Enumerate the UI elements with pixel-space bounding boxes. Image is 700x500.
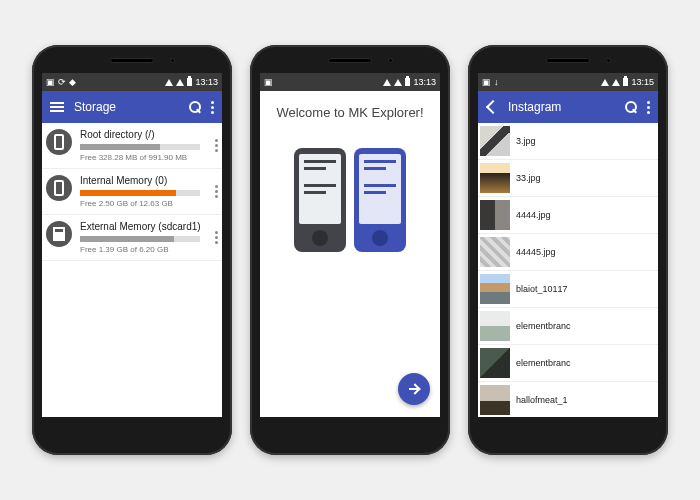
storage-item[interactable]: Root directory (/)Free 328.28 MB of 991.…	[42, 123, 222, 169]
file-item[interactable]: blaiot_10117	[478, 271, 658, 308]
file-item[interactable]: 3.jpg	[478, 123, 658, 160]
file-item[interactable]: elementbranc	[478, 308, 658, 345]
phone-storage-icon	[54, 134, 64, 150]
welcome-title: Welcome to MK Explorer!	[276, 105, 423, 120]
app-bar-title: Storage	[74, 100, 116, 114]
storage-item-free: Free 328.28 MB of 991.90 MB	[80, 153, 207, 162]
device-frame-2: ▣ 13:13 Welcome to MK Explorer!	[250, 45, 450, 455]
signal-icon	[394, 79, 402, 86]
status-left-icons: ▣ ⟳ ◆	[46, 78, 76, 87]
app-bar: Storage	[42, 91, 222, 123]
screen-instagram: ▣ ↓ 13:15 Instagram 3.jpg33.jpg4444.jpg4…	[478, 73, 658, 417]
wifi-icon	[601, 79, 609, 86]
dropbox-icon: ◆	[69, 78, 76, 87]
phone-storage-icon	[54, 180, 64, 196]
storage-usage-bar	[80, 236, 200, 242]
clock: 13:13	[413, 77, 436, 87]
download-icon: ↓	[494, 78, 499, 87]
status-bar: ▣ ⟳ ◆ 13:13	[42, 73, 222, 91]
item-menu-icon[interactable]	[215, 231, 218, 244]
next-button[interactable]	[398, 373, 430, 405]
file-thumbnail	[480, 163, 510, 193]
notification-icon: ▣	[46, 78, 55, 87]
item-menu-icon[interactable]	[215, 185, 218, 198]
status-left-icons: ▣ ↓	[482, 78, 499, 87]
device-speaker	[328, 58, 372, 63]
search-icon[interactable]	[189, 101, 201, 113]
item-menu-icon[interactable]	[215, 139, 218, 152]
clock: 13:15	[631, 77, 654, 87]
file-thumbnail	[480, 311, 510, 341]
file-thumbnail	[480, 237, 510, 267]
battery-icon	[623, 78, 628, 86]
storage-list[interactable]: Root directory (/)Free 328.28 MB of 991.…	[42, 123, 222, 417]
signal-icon	[612, 79, 620, 86]
welcome-body: Welcome to MK Explorer!	[260, 91, 440, 417]
wifi-icon	[383, 79, 391, 86]
storage-item-title: External Memory (sdcard1)	[80, 221, 207, 233]
illustration-phone-dark	[294, 148, 346, 252]
device-sensor	[606, 58, 611, 63]
status-bar: ▣ 13:13	[260, 73, 440, 91]
file-name: 3.jpg	[516, 136, 536, 146]
file-item[interactable]: 44445.jpg	[478, 234, 658, 271]
storage-item-title: Internal Memory (0)	[80, 175, 207, 187]
file-item[interactable]: hallofmeat_1	[478, 382, 658, 417]
screen-storage: ▣ ⟳ ◆ 13:13 Storage Root directory (/)F	[42, 73, 222, 417]
file-thumbnail	[480, 274, 510, 304]
file-list[interactable]: 3.jpg33.jpg4444.jpg44445.jpgblaiot_10117…	[478, 123, 658, 417]
storage-item-icon	[46, 129, 72, 155]
arrow-right-icon	[409, 384, 419, 394]
status-right-icons: 13:13	[165, 77, 218, 87]
device-speaker	[546, 58, 590, 63]
storage-item-icon	[46, 221, 72, 247]
welcome-illustration	[294, 148, 406, 252]
file-thumbnail	[480, 385, 510, 415]
search-icon[interactable]	[625, 101, 637, 113]
battery-icon	[187, 78, 192, 86]
signal-icon	[176, 79, 184, 86]
overflow-menu-icon[interactable]	[647, 101, 650, 114]
overflow-menu-icon[interactable]	[211, 101, 214, 114]
file-item[interactable]: elementbranc	[478, 345, 658, 382]
device-sensor	[170, 58, 175, 63]
sd-card-icon	[53, 227, 65, 241]
storage-item[interactable]: External Memory (sdcard1)Free 1.39 GB of…	[42, 215, 222, 261]
status-right-icons: 13:13	[383, 77, 436, 87]
device-speaker	[110, 58, 154, 63]
device-sensor	[388, 58, 393, 63]
notification-icon: ▣	[482, 78, 491, 87]
battery-icon	[405, 78, 410, 86]
storage-usage-bar	[80, 190, 200, 196]
app-bar: Instagram	[478, 91, 658, 123]
file-thumbnail	[480, 200, 510, 230]
file-name: blaiot_10117	[516, 284, 568, 294]
clock: 13:13	[195, 77, 218, 87]
file-name: elementbranc	[516, 321, 571, 331]
file-name: 44445.jpg	[516, 247, 556, 257]
illustration-phone-blue	[354, 148, 406, 252]
storage-usage-bar	[80, 144, 200, 150]
file-item[interactable]: 33.jpg	[478, 160, 658, 197]
sync-icon: ⟳	[58, 78, 66, 87]
hamburger-icon[interactable]	[50, 102, 64, 112]
screen-welcome: ▣ 13:13 Welcome to MK Explorer!	[260, 73, 440, 417]
back-icon[interactable]	[486, 101, 498, 113]
storage-item-title: Root directory (/)	[80, 129, 207, 141]
file-name: 33.jpg	[516, 173, 541, 183]
storage-item-free: Free 2.50 GB of 12.63 GB	[80, 199, 207, 208]
file-name: 4444.jpg	[516, 210, 551, 220]
file-item[interactable]: 4444.jpg	[478, 197, 658, 234]
file-thumbnail	[480, 348, 510, 378]
file-thumbnail	[480, 126, 510, 156]
app-bar-title: Instagram	[508, 100, 561, 114]
status-left-icons: ▣	[264, 78, 273, 87]
file-name: hallofmeat_1	[516, 395, 568, 405]
storage-item[interactable]: Internal Memory (0)Free 2.50 GB of 12.63…	[42, 169, 222, 215]
storage-item-free: Free 1.39 GB of 6.20 GB	[80, 245, 207, 254]
file-name: elementbranc	[516, 358, 571, 368]
wifi-icon	[165, 79, 173, 86]
device-frame-1: ▣ ⟳ ◆ 13:13 Storage Root directory (/)F	[32, 45, 232, 455]
status-bar: ▣ ↓ 13:15	[478, 73, 658, 91]
notification-icon: ▣	[264, 78, 273, 87]
